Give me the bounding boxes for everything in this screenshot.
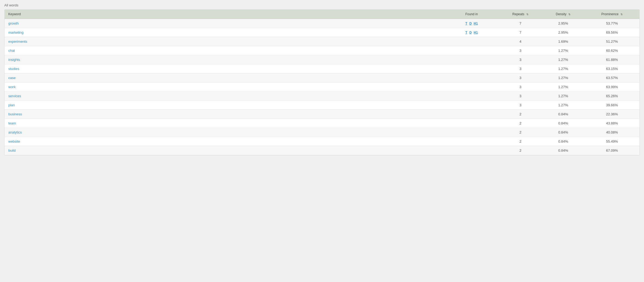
table-row: business20.84%22.36% [5,110,639,119]
keyword-cell[interactable]: studies [5,64,444,73]
table-row: studies31.27%63.15% [5,64,639,73]
prominence-cell: 22.36% [585,110,639,119]
keyword-cell[interactable]: experiments [5,37,444,46]
prominence-cell: 69.56% [585,28,639,37]
keyword-cell[interactable]: analytics [5,128,444,137]
prominence-cell: 40.08% [585,128,639,137]
section-title: All words [4,3,640,7]
repeats-cell: 2 [499,137,542,146]
table-row: team20.84%43.88% [5,119,639,128]
repeats-cell: 3 [499,83,542,92]
density-cell: 1.27% [542,64,585,73]
prominence-cell: 63.15% [585,64,639,73]
table-row: experiments41.69%51.27% [5,37,639,46]
found-in-cell [444,92,499,101]
table-row: build20.84%67.09% [5,146,639,155]
table-row: case31.27%63.57% [5,73,639,83]
prominence-cell: 51.27% [585,37,639,46]
found-badge[interactable]: D [469,31,472,34]
table-row: chat31.27%60.62% [5,46,639,55]
column-header-prominence[interactable]: Prominence ⇅ [585,10,639,19]
found-in-cell [444,83,499,92]
density-cell: 1.27% [542,73,585,83]
table-header-row: Keyword Found in Repeats ⇅ Density ⇅ Pro [5,10,639,19]
keyword-cell[interactable]: chat [5,46,444,55]
prominence-sort-icon: ⇅ [620,13,623,16]
table-row: website20.84%55.49% [5,137,639,146]
table-row: insights31.27%61.88% [5,55,639,64]
table-row: growthT D H1 72.95%53.77% [5,19,639,28]
repeats-cell: 7 [499,19,542,28]
found-in-cell [444,146,499,155]
found-badge[interactable]: D [469,22,472,25]
keyword-cell[interactable]: work [5,83,444,92]
prominence-cell: 39.66% [585,101,639,110]
repeats-cell: 3 [499,101,542,110]
prominence-cell: 65.26% [585,92,639,101]
repeats-cell: 2 [499,128,542,137]
column-header-found-in: Found in [444,10,499,19]
page-container: All words Keyword Found in Repeats ⇅ D [0,0,644,159]
keyword-cell[interactable]: insights [5,55,444,64]
prominence-cell: 61.88% [585,55,639,64]
repeats-cell: 3 [499,73,542,83]
found-in-cell [444,119,499,128]
density-cell: 0.84% [542,137,585,146]
density-cell: 0.84% [542,128,585,137]
found-in-cell [444,73,499,83]
keyword-cell[interactable]: case [5,73,444,83]
density-cell: 1.69% [542,37,585,46]
found-in-cell [444,137,499,146]
found-in-cell [444,110,499,119]
table-row: plan31.27%39.66% [5,101,639,110]
found-badge[interactable]: T [465,31,467,34]
repeats-cell: 2 [499,119,542,128]
table-row: services31.27%65.26% [5,92,639,101]
keywords-table: Keyword Found in Repeats ⇅ Density ⇅ Pro [5,10,639,155]
keyword-cell[interactable]: marketing [5,28,444,37]
found-in-cell [444,46,499,55]
repeats-cell: 3 [499,55,542,64]
found-in-cell [444,101,499,110]
found-in-cell [444,37,499,46]
table-row: marketingT D H1 72.95%69.56% [5,28,639,37]
repeats-cell: 2 [499,146,542,155]
density-cell: 2.95% [542,28,585,37]
repeats-cell: 3 [499,92,542,101]
prominence-cell: 43.88% [585,119,639,128]
density-cell: 1.27% [542,55,585,64]
repeats-cell: 7 [499,28,542,37]
found-in-cell: T D H1 [444,28,499,37]
repeats-cell: 3 [499,64,542,73]
repeats-cell: 2 [499,110,542,119]
found-badge[interactable]: H1 [474,22,478,25]
repeats-cell: 4 [499,37,542,46]
keyword-cell[interactable]: website [5,137,444,146]
density-sort-icon: ⇅ [568,13,570,16]
keyword-cell[interactable]: services [5,92,444,101]
found-badge[interactable]: T [465,22,467,25]
prominence-cell: 55.49% [585,137,639,146]
column-header-keyword: Keyword [5,10,444,19]
keyword-cell[interactable]: growth [5,19,444,28]
table-body: growthT D H1 72.95%53.77%marketingT D H1… [5,19,639,155]
found-in-cell: T D H1 [444,19,499,28]
keyword-cell[interactable]: business [5,110,444,119]
density-cell: 0.84% [542,146,585,155]
keyword-cell[interactable]: build [5,146,444,155]
repeats-cell: 3 [499,46,542,55]
found-badge[interactable]: H1 [474,31,478,34]
keyword-cell[interactable]: team [5,119,444,128]
prominence-cell: 63.57% [585,73,639,83]
column-header-repeats[interactable]: Repeats ⇅ [499,10,542,19]
density-cell: 0.84% [542,119,585,128]
density-cell: 1.27% [542,46,585,55]
keywords-table-wrapper: Keyword Found in Repeats ⇅ Density ⇅ Pro [4,9,640,155]
keyword-cell[interactable]: plan [5,101,444,110]
table-row: analytics20.84%40.08% [5,128,639,137]
found-in-cell [444,64,499,73]
column-header-density[interactable]: Density ⇅ [542,10,585,19]
density-cell: 1.27% [542,92,585,101]
density-cell: 1.27% [542,101,585,110]
density-cell: 1.27% [542,83,585,92]
